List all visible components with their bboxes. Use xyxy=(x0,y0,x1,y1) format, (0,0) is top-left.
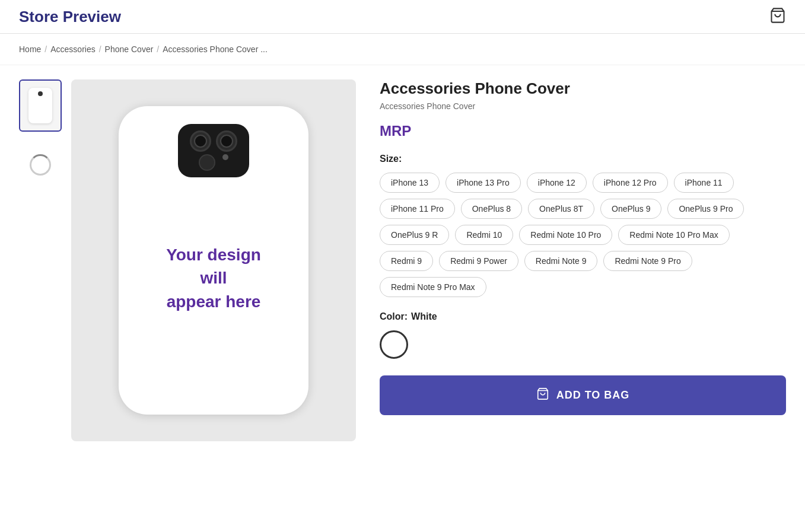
size-pill[interactable]: iPhone 11 Pro xyxy=(380,199,455,219)
camera-module xyxy=(178,124,249,177)
cart-icon xyxy=(769,7,786,24)
size-pill[interactable]: Redmi Note 10 Pro xyxy=(519,225,612,245)
camera-lens-telephoto xyxy=(199,154,215,171)
header: Store Preview xyxy=(0,0,805,34)
camera-row-top xyxy=(190,130,237,152)
breadcrumb: Home / Accessories / Phone Cover / Acces… xyxy=(0,34,805,65)
phone-case-body: Your designwillappear here xyxy=(119,106,308,415)
thumb-phone-preview xyxy=(28,88,52,123)
thumbnail-loading xyxy=(19,139,62,191)
breadcrumb-sep-3: / xyxy=(157,44,159,54)
size-pill[interactable]: Redmi 10 xyxy=(455,225,513,245)
breadcrumb-current: Accessories Phone Cover ... xyxy=(163,44,268,54)
store-preview-title: Store Preview xyxy=(19,8,121,26)
design-placeholder-text: Your designwillappear here xyxy=(148,243,279,313)
size-pill[interactable]: iPhone 13 Pro xyxy=(446,173,521,193)
size-pill[interactable]: iPhone 13 xyxy=(380,173,440,193)
camera-lens-secondary xyxy=(216,130,237,152)
color-label: Color: xyxy=(380,311,408,322)
cart-button[interactable] xyxy=(769,7,786,26)
add-to-bag-label: ADD TO BAG xyxy=(556,389,630,402)
phone-case-illustration: Your designwillappear here xyxy=(119,106,308,415)
size-pill[interactable]: Redmi 9 xyxy=(380,251,433,271)
product-gallery: Your designwillappear here xyxy=(19,79,356,441)
color-value: White xyxy=(411,311,437,322)
camera-module-wrapper xyxy=(178,124,249,177)
color-label-row: Color: White xyxy=(380,311,786,322)
breadcrumb-phone-cover[interactable]: Phone Cover xyxy=(105,44,154,54)
size-pill[interactable]: Redmi Note 9 xyxy=(524,251,598,271)
size-pill[interactable]: Redmi Note 10 Pro Max xyxy=(618,225,729,245)
color-swatch-white[interactable] xyxy=(380,330,408,359)
product-info: Accessories Phone Cover Accessories Phon… xyxy=(380,79,786,441)
camera-row-bottom xyxy=(199,154,228,171)
size-pill[interactable]: Redmi Note 9 Pro Max xyxy=(380,277,486,297)
product-subtitle: Accessories Phone Cover xyxy=(380,101,786,111)
size-pill[interactable]: Redmi Note 9 Pro xyxy=(603,251,692,271)
camera-flash xyxy=(222,154,228,160)
size-pill[interactable]: OnePlus 9 xyxy=(600,199,661,219)
size-pill[interactable]: OnePlus 8T xyxy=(528,199,594,219)
size-options: iPhone 13iPhone 13 ProiPhone 12iPhone 12… xyxy=(380,173,786,297)
size-pill[interactable]: iPhone 12 xyxy=(527,173,587,193)
size-pill[interactable]: OnePlus 9 R xyxy=(380,225,449,245)
main-content: Your designwillappear here Accessories P… xyxy=(0,65,805,455)
product-mrp: MRP xyxy=(380,123,786,139)
thumbnail-list xyxy=(19,79,62,441)
breadcrumb-home[interactable]: Home xyxy=(19,44,41,54)
breadcrumb-sep-1: / xyxy=(44,44,47,54)
color-section: Color: White xyxy=(380,311,786,359)
size-pill[interactable]: iPhone 11 xyxy=(674,173,734,193)
product-title: Accessories Phone Cover xyxy=(380,79,786,98)
camera-lens-main xyxy=(190,130,211,152)
size-pill[interactable]: iPhone 12 Pro xyxy=(593,173,668,193)
size-pill[interactable]: OnePlus 9 Pro xyxy=(667,199,744,219)
size-pill[interactable]: Redmi 9 Power xyxy=(439,251,518,271)
bag-svg xyxy=(536,387,549,400)
thumbnail-1[interactable] xyxy=(19,79,62,132)
thumb-camera-dot xyxy=(38,91,43,96)
loading-spinner xyxy=(30,154,51,176)
add-to-bag-button[interactable]: ADD TO BAG xyxy=(380,375,786,415)
color-swatches xyxy=(380,330,786,359)
breadcrumb-accessories[interactable]: Accessories xyxy=(50,44,95,54)
breadcrumb-sep-2: / xyxy=(99,44,101,54)
product-main-image: Your designwillappear here xyxy=(71,79,356,441)
size-pill[interactable]: OnePlus 8 xyxy=(461,199,522,219)
size-section-label: Size: xyxy=(380,154,786,164)
bag-icon xyxy=(536,387,549,403)
